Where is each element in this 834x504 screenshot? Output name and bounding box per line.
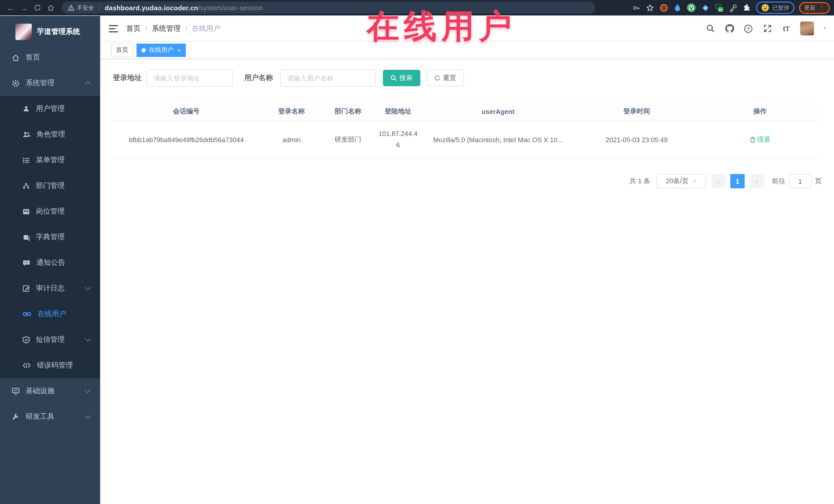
sidebar-item-menu-management[interactable]: 菜单管理 xyxy=(0,147,100,173)
warning-triangle-icon xyxy=(68,5,74,11)
col-login-addr: 登陆地址 xyxy=(374,102,422,121)
sidebar-item-notice-announcement[interactable]: 通知公告 xyxy=(0,250,100,276)
browser-toolbar-right: en 已暂停 更新 ⋮ xyxy=(631,2,830,14)
browser-reload-icon[interactable] xyxy=(31,2,44,14)
page-number-1[interactable]: 1 xyxy=(730,174,745,188)
cell-login-time: 2021-05-03 23:05:49 xyxy=(574,121,700,158)
col-dept-name: 部门名称 xyxy=(322,102,374,121)
col-session-id: 会话编号 xyxy=(112,102,261,121)
table-row: bfbb1ab79ba849e49fb26ddb56a73044 admin 研… xyxy=(112,121,821,158)
pagination: 共 1 条 20条/页 ▼ ‹ 1 › 前往 页 xyxy=(112,174,823,188)
browser-forward-icon[interactable]: → xyxy=(18,2,31,14)
tab-online-users[interactable]: 在线用户 × xyxy=(136,43,186,57)
id-card-icon xyxy=(23,208,30,215)
breadcrumb-separator: / xyxy=(145,24,147,32)
github-icon[interactable] xyxy=(724,23,734,34)
header-search-icon[interactable] xyxy=(705,23,716,34)
sidebar-item-label: 字典管理 xyxy=(36,233,92,242)
user-icon xyxy=(23,105,30,112)
emoji-avatar-icon xyxy=(761,4,769,12)
page-unit-label: 页 xyxy=(815,177,822,186)
sidebar-item-dev-tools[interactable]: 研发工具 xyxy=(0,404,100,430)
cell-login-addr: 101.87.244.46 xyxy=(374,121,422,158)
sidebar-item-home[interactable]: 首页 xyxy=(0,45,100,70)
extensions-puzzle-icon[interactable] xyxy=(742,3,751,12)
font-size-icon[interactable]: tT xyxy=(781,23,791,34)
address-bar[interactable]: 不安全 dashboard.yudao.iocoder.cn/system/us… xyxy=(62,2,595,14)
user-name-input[interactable] xyxy=(280,69,376,87)
browser-toolbar: ← → 不安全 dashboard.yudao.iocoder.cn/syste… xyxy=(0,0,834,16)
sidebar-item-sms-management[interactable]: 短信管理 xyxy=(0,327,100,353)
extension-translate-en-icon[interactable]: en xyxy=(715,3,724,12)
en-badge: en xyxy=(719,7,722,11)
login-addr-label: 登录地址 xyxy=(113,73,142,83)
sidebar-item-label: 在线用户 xyxy=(38,309,92,319)
extension-blue-drop-icon[interactable] xyxy=(673,3,682,12)
users-icon xyxy=(23,131,30,138)
prev-page-button[interactable]: ‹ xyxy=(711,174,725,188)
sidebar-item-online-users[interactable]: 在线用户 xyxy=(0,301,100,327)
search-button[interactable]: 搜索 xyxy=(383,70,420,86)
browser-home-icon[interactable] xyxy=(44,2,58,14)
breadcrumb-home[interactable]: 首页 xyxy=(126,24,140,33)
table-header-row: 会话编号 登录名称 部门名称 登陆地址 userAgent 登录时间 操作 xyxy=(112,102,821,121)
col-actions: 操作 xyxy=(700,102,821,121)
browser-back-icon[interactable]: ← xyxy=(4,2,18,14)
sidebar-item-role-management[interactable]: 角色管理 xyxy=(0,122,100,147)
app-title: 芋道管理系统 xyxy=(37,27,80,37)
force-logout-button[interactable]: 强退 xyxy=(750,135,770,144)
login-addr-input[interactable] xyxy=(147,69,233,87)
sidebar-item-dict-management[interactable]: 字典管理 xyxy=(0,224,100,250)
next-page-button[interactable]: › xyxy=(750,174,764,188)
menu-list-icon xyxy=(23,157,30,163)
profile-paused-badge[interactable]: 已暂停 xyxy=(756,2,794,14)
chevron-down-icon xyxy=(85,413,91,419)
sidebar-item-error-code-management[interactable]: 错误码管理 xyxy=(0,353,100,378)
page-size-select[interactable]: 20条/页 ▼ xyxy=(656,174,706,188)
cell-login-name: admin xyxy=(261,121,322,158)
extension-green-circle-icon[interactable] xyxy=(687,3,696,12)
org-tree-icon xyxy=(23,182,30,189)
bookmark-star-icon[interactable] xyxy=(645,3,654,12)
sidebar-item-infrastructure[interactable]: 基础设施 xyxy=(0,378,100,404)
svg-text:?: ? xyxy=(747,26,750,31)
password-key-icon[interactable] xyxy=(631,3,640,12)
sidebar-item-user-management[interactable]: 用户管理 xyxy=(0,96,100,122)
avatar-caret-down-icon[interactable]: ▼ xyxy=(823,26,827,31)
chevron-down-icon xyxy=(85,336,91,342)
sidebar: 芋道管理系统 首页 系统管理 用户管理 角色管理 菜单管理 xyxy=(0,16,100,504)
extension-orange-ring-icon[interactable] xyxy=(659,3,668,12)
sidebar-item-label: 菜单管理 xyxy=(36,155,92,165)
sidebar-item-system-management[interactable]: 系统管理 xyxy=(0,70,100,96)
sidebar-item-audit-log[interactable]: 审计日志 xyxy=(0,276,100,301)
help-question-icon[interactable]: ? xyxy=(743,23,753,34)
extension-key-icon[interactable] xyxy=(728,3,738,12)
hamburger-icon[interactable] xyxy=(109,25,118,32)
sidebar-item-label: 系统管理 xyxy=(26,79,80,88)
extension-blue-gem-icon[interactable] xyxy=(701,3,710,12)
code-icon xyxy=(23,363,31,369)
sidebar-item-label: 角色管理 xyxy=(37,130,92,139)
sidebar-item-label: 岗位管理 xyxy=(36,207,92,216)
col-user-agent: userAgent xyxy=(422,102,574,121)
tab-label: 首页 xyxy=(116,46,128,54)
breadcrumb-system[interactable]: 系统管理 xyxy=(152,24,181,33)
book-icon xyxy=(23,234,30,240)
user-avatar[interactable] xyxy=(800,22,814,36)
reset-button[interactable]: 重置 xyxy=(426,70,464,86)
url-domain: dashboard.yudao.iocoder.cn xyxy=(105,4,198,12)
sidebar-item-post-management[interactable]: 岗位管理 xyxy=(0,199,100,224)
url-text[interactable]: dashboard.yudao.iocoder.cn/system/user-s… xyxy=(105,4,263,12)
sidebar-item-label: 首页 xyxy=(26,53,92,62)
tab-close-icon[interactable]: × xyxy=(178,47,181,53)
browser-update-button[interactable]: 更新 ⋮ xyxy=(799,2,830,14)
sidebar-item-dept-management[interactable]: 部门管理 xyxy=(0,173,100,199)
tab-home[interactable]: 首页 xyxy=(111,43,133,57)
browser-menu-kebab-icon[interactable]: ⋮ xyxy=(819,7,825,9)
col-login-name: 登录名称 xyxy=(261,102,322,121)
sidebar-item-label: 错误码管理 xyxy=(37,361,92,370)
not-secure-warning[interactable]: 不安全 xyxy=(68,4,94,12)
fullscreen-icon[interactable] xyxy=(762,23,772,34)
goto-page-input[interactable] xyxy=(789,174,811,188)
ip-address: 101.87.244.46 xyxy=(377,128,419,151)
